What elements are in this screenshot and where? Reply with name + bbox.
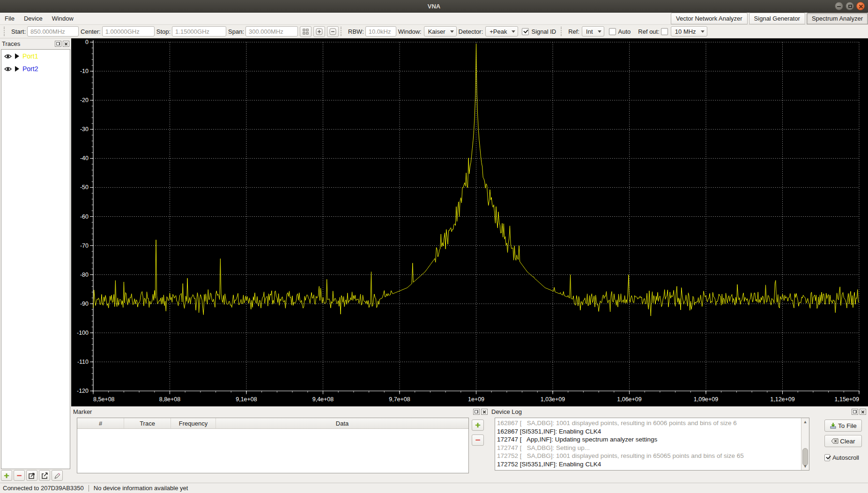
column-header-frequency[interactable]: Frequency: [171, 418, 216, 428]
close-panel-icon[interactable]: [860, 409, 866, 415]
y-tick-label: -40: [80, 155, 89, 162]
stop-input[interactable]: [172, 26, 226, 37]
marker-panel-titlebar[interactable]: Marker: [71, 406, 490, 417]
remove-marker-button[interactable]: −: [472, 434, 484, 446]
zoom-in-button[interactable]: [313, 26, 325, 37]
y-tick-label: -60: [80, 213, 89, 220]
device-log-scrollbar[interactable]: ▲ ▼: [801, 418, 809, 470]
window-label: Window:: [398, 28, 422, 35]
window-combo[interactable]: Kaiser: [424, 26, 457, 37]
ref-auto-checkbox[interactable]: [609, 28, 616, 35]
x-tick-label: 9,7e+08: [389, 396, 410, 403]
chevron-down-icon: [598, 30, 601, 33]
plus-icon: +: [475, 423, 480, 427]
toolbar-drag-handle[interactable]: [4, 27, 7, 36]
menu-device[interactable]: Device: [19, 13, 47, 24]
device-info-status: No device information available yet: [94, 485, 188, 492]
sa-toolbar: Start: Center: Stop: Span:: [0, 24, 868, 38]
traces-toolbar: + −: [1, 470, 63, 481]
menu-file[interactable]: File: [0, 13, 19, 24]
spectrum-plot[interactable]: 8,5e+088,8e+089,1e+089,4e+089,7e+081e+09…: [71, 38, 868, 406]
remove-trace-button[interactable]: −: [14, 470, 25, 481]
spectrum-trace: [93, 44, 859, 316]
toolbar-drag-handle[interactable]: [341, 27, 343, 36]
log-entry: 172752 [SI5351,INF]: Enabling CLK4: [497, 460, 800, 469]
device-log-title: Device Log: [491, 408, 852, 415]
center-input[interactable]: [102, 26, 155, 37]
close-button[interactable]: [856, 2, 865, 10]
to-file-button[interactable]: To File: [824, 419, 862, 432]
edit-pencil-icon: [54, 472, 60, 479]
expand-caret-icon[interactable]: [15, 53, 19, 59]
visibility-eye-icon[interactable]: [4, 66, 12, 72]
minimize-button[interactable]: [835, 2, 843, 10]
export-trace-button[interactable]: [39, 470, 50, 481]
menu-window[interactable]: Window: [47, 13, 78, 24]
center-label: Center:: [81, 28, 101, 35]
scroll-up-icon[interactable]: ▲: [802, 419, 808, 425]
traces-panel-titlebar[interactable]: Traces: [0, 38, 71, 49]
log-entry: 162867 [SI5351,INF]: Enabling CLK4: [497, 427, 800, 436]
y-tick-label: -20: [80, 97, 89, 103]
y-tick-label: -50: [80, 184, 89, 191]
scroll-down-icon[interactable]: ▼: [802, 464, 808, 469]
detector-combo[interactable]: +Peak: [485, 26, 518, 37]
column-header-trace[interactable]: Trace: [124, 418, 171, 428]
zoom-out-button[interactable]: [327, 26, 339, 37]
log-entry: 172752 [ SA,DBG]: 1001 displayed points,…: [497, 452, 800, 460]
autoscroll-checkbox[interactable]: [824, 454, 830, 461]
expand-caret-icon[interactable]: [15, 66, 19, 72]
tab-signal-generator[interactable]: Signal Generator: [749, 13, 805, 24]
signal-id-checkbox[interactable]: [522, 28, 529, 35]
x-tick-label: 8,5e+08: [93, 396, 115, 403]
clear-label: Clear: [840, 438, 855, 445]
float-panel-icon[interactable]: [55, 41, 61, 47]
plus-icon: +: [4, 473, 9, 478]
zoom-in-icon: [316, 28, 323, 35]
start-label: Start:: [11, 28, 26, 35]
y-tick-label: -110: [77, 359, 89, 365]
window-combo-value: Kaiser: [428, 28, 445, 35]
trace-item-port2[interactable]: Port2: [1, 62, 70, 75]
device-log-titlebar[interactable]: Device Log: [490, 406, 868, 417]
device-log-box: 162867 [ SA,DBG]: 1001 displayed points,…: [495, 418, 809, 471]
refout-checkbox[interactable]: [661, 28, 668, 35]
marker-panel: Marker # Trace Frequency Data + −: [71, 406, 490, 483]
column-header-number[interactable]: #: [77, 418, 124, 428]
span-label: Span:: [228, 28, 244, 35]
clear-log-button[interactable]: Clear: [824, 435, 862, 447]
clear-backspace-icon: [831, 438, 838, 444]
detector-combo-value: +Peak: [490, 28, 507, 35]
ref-label: Ref:: [568, 28, 579, 35]
add-trace-button[interactable]: +: [1, 470, 12, 481]
mode-tabs: Vector Network Analyzer Signal Generator…: [669, 13, 868, 24]
tile-grid-icon-button[interactable]: [300, 26, 312, 37]
refout-freq-combo[interactable]: 10 MHz: [671, 26, 707, 37]
popout-trace-button[interactable]: [26, 470, 37, 481]
window-titlebar[interactable]: VNA: [0, 0, 868, 13]
visibility-eye-icon[interactable]: [4, 54, 12, 59]
close-panel-icon[interactable]: [481, 409, 488, 415]
tab-spectrum-analyzer[interactable]: Spectrum Analyzer: [807, 13, 868, 24]
spectrum-plot-canvas[interactable]: 8,5e+088,8e+089,1e+089,4e+089,7e+081e+09…: [71, 38, 868, 406]
add-marker-button[interactable]: +: [472, 419, 484, 431]
statusbar: Connected to 207D39AB3350 No device info…: [0, 483, 868, 493]
chevron-down-icon: [512, 30, 515, 33]
rbw-label: RBW:: [348, 28, 364, 35]
marker-table: # Trace Frequency Data: [77, 418, 469, 473]
trace-item-port1[interactable]: Port1: [1, 50, 70, 62]
maximize-button[interactable]: [846, 2, 854, 10]
toolbar-drag-handle[interactable]: [561, 27, 564, 36]
y-tick-label: -90: [80, 301, 89, 307]
float-panel-icon[interactable]: [852, 409, 858, 415]
column-header-data[interactable]: Data: [216, 418, 468, 428]
start-input[interactable]: [27, 26, 79, 37]
device-log-list: 162867 [ SA,DBG]: 1001 displayed points,…: [497, 419, 800, 469]
tab-vector-network-analyzer[interactable]: Vector Network Analyzer: [671, 13, 748, 24]
close-panel-icon[interactable]: [63, 41, 69, 47]
float-panel-icon[interactable]: [473, 409, 480, 415]
ref-combo[interactable]: Int: [582, 26, 604, 37]
rbw-input[interactable]: [365, 26, 396, 37]
span-input[interactable]: [245, 26, 298, 37]
edit-trace-button[interactable]: [52, 470, 63, 481]
